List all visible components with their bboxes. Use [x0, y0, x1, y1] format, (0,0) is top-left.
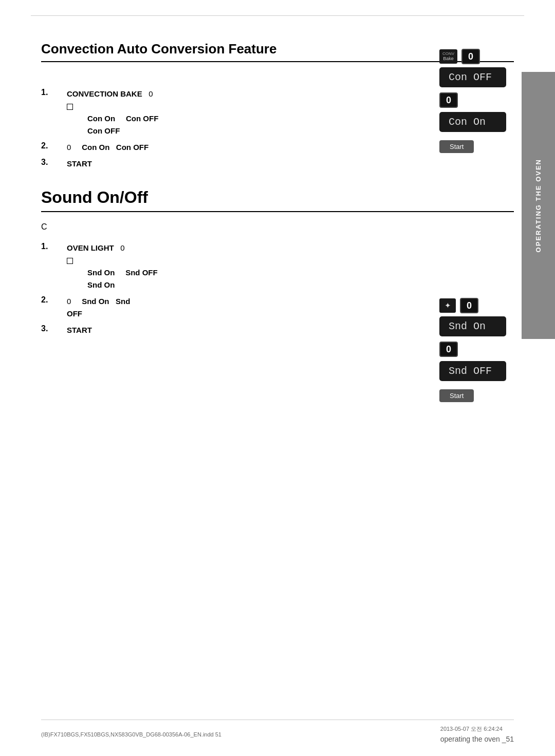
step2-value: 0 — [67, 143, 71, 152]
lcd-con-off: Con OFF — [439, 67, 506, 87]
oven-light-icon[interactable]: ✦ — [439, 298, 456, 313]
top-buttons-1: CONV Bake 0 — [439, 49, 506, 64]
sound-step2-num: 2. — [41, 295, 67, 305]
zero-box-mid-wrap-2: 0 — [439, 342, 506, 357]
lcd-snd-on-right: On — [473, 320, 486, 332]
lcd-snd-off-right: OFF — [473, 365, 492, 377]
panel-group-1: CONV Bake 0 Con OFF 0 Con On Start — [439, 49, 506, 153]
conv-bake-btn[interactable]: CONV Bake — [439, 49, 457, 64]
light-symbol: ✦ — [445, 301, 451, 310]
step1-checkbox — [67, 104, 73, 110]
step3-label: START — [67, 159, 92, 168]
sound-step1-checkbox — [67, 258, 73, 264]
conv-label: CONV — [442, 51, 454, 56]
zero-box-mid-2[interactable]: 0 — [439, 342, 458, 357]
sound-step3-num: 3. — [41, 324, 67, 333]
step1-value: 0 — [149, 89, 153, 98]
step2-content: 0 Con On Con OFF — [67, 141, 149, 154]
zero-box-top-1[interactable]: 0 — [461, 49, 480, 64]
page-number: operating the oven _51 — [440, 735, 514, 743]
panel-group-2: ✦ 0 Snd On 0 Snd OFF Start — [439, 298, 506, 402]
sound-step1-sub2: Snd On — [87, 280, 115, 289]
start-btn-1[interactable]: Start — [439, 140, 474, 153]
note-c: C — [41, 222, 47, 231]
step1-sub2: Con OFF — [87, 126, 120, 135]
sound-step1-label: OVEN LIGHT — [67, 243, 114, 252]
lcd-snd-off: Snd OFF — [439, 361, 506, 381]
zero-box-top-2[interactable]: 0 — [460, 298, 478, 313]
lcd-snd-on: Snd On — [439, 316, 506, 336]
sound-step2-content: 0 Snd On Snd OFF — [67, 295, 130, 320]
lcd-con-on-left: Con — [449, 116, 467, 128]
sound-step1-num: 1. — [41, 242, 67, 251]
start-btn-2[interactable]: Start — [439, 389, 474, 402]
step2-num: 2. — [41, 141, 67, 150]
sidebar-label: OPERATING THE OVEN — [534, 159, 542, 252]
footer-left: (IB)FX710BGS,FX510BGS,NX583G0VB_DG68-003… — [41, 731, 221, 738]
step1-num: 1. — [41, 88, 67, 97]
footer: (IB)FX710BGS,FX510BGS,NX583G0VB_DG68-003… — [41, 720, 514, 743]
step3: 3. START — [41, 158, 514, 170]
step3-num: 3. — [41, 158, 67, 167]
sound-step1-value: 0 — [120, 243, 124, 252]
step1-sub: Con On Con OFF — [87, 114, 158, 123]
right-sidebar: OPERATING THE OVEN — [522, 72, 555, 339]
step3-content: START — [67, 158, 92, 170]
lcd-con-on-right: On — [473, 116, 486, 128]
step1-content: CONVECTION BAKE 0 Con On Con OFF Con OFF — [67, 88, 158, 137]
lcd-con-on: Con On — [439, 112, 506, 132]
sound-step1-sub: Snd On Snd OFF — [87, 268, 158, 277]
sound-step1: 1. OVEN LIGHT 0 Snd On Snd OFF Snd On — [41, 242, 514, 291]
zero-box-mid-1[interactable]: 0 — [439, 92, 458, 108]
sound-step2-off: OFF — [67, 309, 82, 318]
section2-divider — [41, 211, 514, 212]
sound-step2-value: 0 — [67, 297, 71, 306]
top-buttons-2: ✦ 0 — [439, 298, 506, 313]
top-border — [31, 15, 524, 16]
lcd-snd-off-left: Snd — [449, 365, 467, 377]
footer-date: 2013-05-07 오전 6:24:24 — [440, 725, 514, 733]
section2-title: Sound On/Off — [41, 188, 514, 207]
sound-step1-content: OVEN LIGHT 0 Snd On Snd OFF Snd On — [67, 242, 158, 291]
lcd-con-off-right: OFF — [473, 71, 492, 83]
bake-label: Bake — [442, 56, 454, 62]
footer-right: 2013-05-07 오전 6:24:24 operating the oven… — [440, 725, 514, 743]
section2-note: C — [41, 222, 514, 232]
step1-label: CONVECTION BAKE — [67, 89, 142, 98]
zero-box-mid-wrap-1: 0 — [439, 92, 506, 108]
sound-step3-content: START — [67, 324, 92, 336]
lcd-snd-on-left: Snd — [449, 320, 467, 332]
sound-step3-label: START — [67, 326, 92, 334]
lcd-con-off-left: Con — [449, 71, 467, 83]
